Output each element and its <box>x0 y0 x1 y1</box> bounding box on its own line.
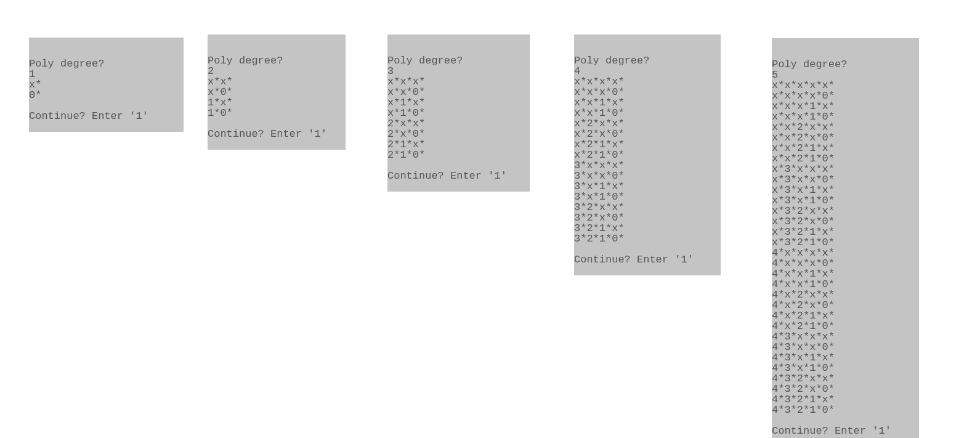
terminal-output: Poly degree? 5 x*x*x*x*x* x*x*x*x*0* x*x… <box>772 59 919 436</box>
terminal-panel-5: Poly degree? 5 x*x*x*x*x* x*x*x*x*0* x*x… <box>772 38 919 438</box>
terminal-panel-4: Poly degree? 4 x*x*x*x* x*x*x*0* x*x*1*x… <box>574 34 721 275</box>
terminal-panel-1: Poly degree? 1 x* 0* Continue? Enter '1' <box>29 38 184 132</box>
terminal-output: Poly degree? 1 x* 0* Continue? Enter '1' <box>29 59 184 121</box>
terminal-panel-3: Poly degree? 3 x*x*x* x*x*0* x*1*x* x*1*… <box>387 34 530 192</box>
terminal-output: Poly degree? 4 x*x*x*x* x*x*x*0* x*x*1*x… <box>574 55 721 265</box>
terminal-output: Poly degree? 3 x*x*x* x*x*0* x*1*x* x*1*… <box>387 55 530 181</box>
terminal-panel-2: Poly degree? 2 x*x* x*0* 1*x* 1*0* Conti… <box>208 34 346 150</box>
terminal-output: Poly degree? 2 x*x* x*0* 1*x* 1*0* Conti… <box>208 55 346 139</box>
